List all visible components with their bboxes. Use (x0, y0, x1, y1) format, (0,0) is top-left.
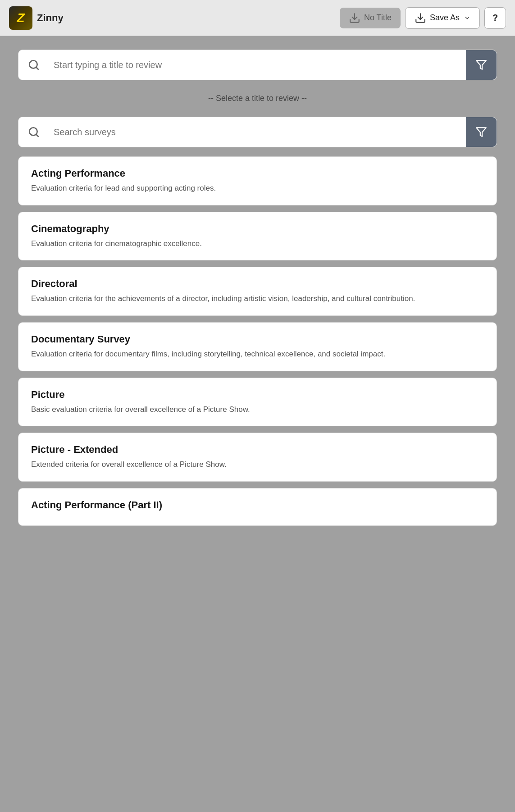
title-search-icon-wrap (18, 50, 49, 80)
app-logo: Z (9, 6, 32, 30)
select-title-label: -- Selecte a title to review -- (18, 89, 497, 108)
survey-card[interactable]: DirectoralEvaluation criteria for the ac… (18, 267, 497, 316)
no-title-button[interactable]: No Title (340, 8, 401, 28)
survey-card-title: Directoral (31, 278, 484, 290)
survey-card-description: Extended criteria for overall excellence… (31, 459, 484, 470)
svg-line-3 (36, 67, 38, 69)
survey-search-icon-wrap (18, 117, 49, 147)
download-icon (349, 12, 360, 24)
filter-icon (475, 126, 487, 138)
logo-area: Z Zinny (9, 6, 340, 30)
main-content: -- Selecte a title to review -- Acting P… (0, 36, 515, 546)
survey-card[interactable]: CinematographyEvaluation criteria for ci… (18, 212, 497, 261)
survey-card-title: Picture - Extended (31, 444, 484, 456)
title-search-bar (18, 50, 497, 80)
title-search-input[interactable] (49, 60, 466, 70)
survey-card-description: Evaluation criteria for the achievements… (31, 293, 484, 305)
survey-card-title: Documentary Survey (31, 333, 484, 345)
survey-card[interactable]: Acting Performance (Part II) (18, 488, 497, 526)
survey-card[interactable]: PictureBasic evaluation criteria for ove… (18, 378, 497, 427)
search-icon (28, 126, 40, 138)
survey-card-title: Cinematography (31, 223, 484, 235)
svg-line-6 (36, 134, 38, 137)
survey-search-bar (18, 117, 497, 147)
survey-card-description: Evaluation criteria for documentary film… (31, 349, 484, 360)
app-name: Zinny (37, 12, 64, 24)
title-filter-button[interactable] (466, 50, 497, 80)
survey-card-description: Evaluation criteria for cinematographic … (31, 238, 484, 250)
survey-card[interactable]: Documentary SurveyEvaluation criteria fo… (18, 322, 497, 371)
survey-search-input[interactable] (49, 127, 466, 137)
survey-list: Acting PerformanceEvaluation criteria fo… (18, 156, 497, 526)
survey-card-description: Evaluation criteria for lead and support… (31, 183, 484, 194)
survey-card-title: Acting Performance (Part II) (31, 499, 484, 511)
save-as-button[interactable]: Save As (405, 7, 480, 29)
help-button[interactable]: ? (484, 7, 506, 29)
filter-icon (475, 59, 487, 71)
header-actions: No Title Save As ? (340, 7, 506, 29)
survey-card-title: Picture (31, 389, 484, 401)
survey-card-description: Basic evaluation criteria for overall ex… (31, 404, 484, 415)
chevron-down-icon (464, 15, 470, 21)
survey-card[interactable]: Picture - ExtendedExtended criteria for … (18, 433, 497, 482)
app-header: Z Zinny No Title Save As ? (0, 0, 515, 36)
survey-card-title: Acting Performance (31, 168, 484, 179)
svg-marker-7 (476, 128, 486, 137)
save-icon (415, 12, 426, 24)
svg-marker-4 (476, 60, 486, 69)
survey-card[interactable]: Acting PerformanceEvaluation criteria fo… (18, 156, 497, 205)
survey-filter-button[interactable] (466, 117, 497, 147)
search-icon (28, 59, 40, 71)
